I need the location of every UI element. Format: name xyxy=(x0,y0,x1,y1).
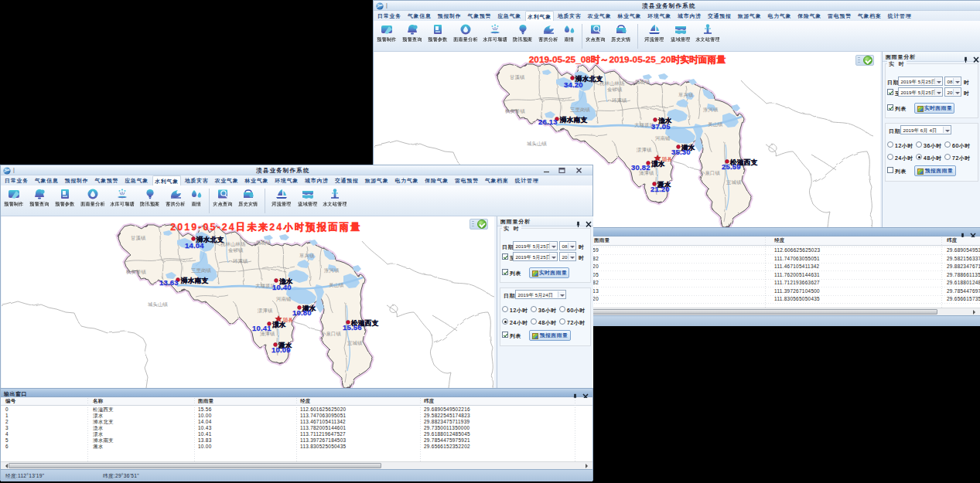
svg-text:2019-05-25_08时～2019-05-25_20时实: 2019-05-25_08时～2019-05-25_20时实时面雨量 xyxy=(529,54,726,65)
svg-text:10.41: 10.41 xyxy=(252,324,271,332)
svg-text:10.09: 10.09 xyxy=(271,345,291,354)
svg-text:21.20: 21.20 xyxy=(650,185,670,193)
svg-text:30.82: 30.82 xyxy=(631,163,650,172)
svg-text:34.20: 34.20 xyxy=(564,80,583,89)
svg-text:10.40: 10.40 xyxy=(272,283,292,291)
svg-text:35.30: 35.30 xyxy=(671,148,691,156)
svg-text:15.56: 15.56 xyxy=(343,323,362,332)
svg-text:13.63: 13.63 xyxy=(159,278,179,287)
svg-text:25.59: 25.59 xyxy=(722,162,741,171)
svg-text:37.05: 37.05 xyxy=(651,122,671,131)
svg-text:26.13: 26.13 xyxy=(538,117,558,126)
svg-text:14.04: 14.04 xyxy=(185,241,204,250)
svg-text:10.80: 10.80 xyxy=(292,308,312,317)
svg-text:2019-05-24日未来24小时预报面雨量: 2019-05-24日未来24小时预报面雨量 xyxy=(170,222,361,233)
